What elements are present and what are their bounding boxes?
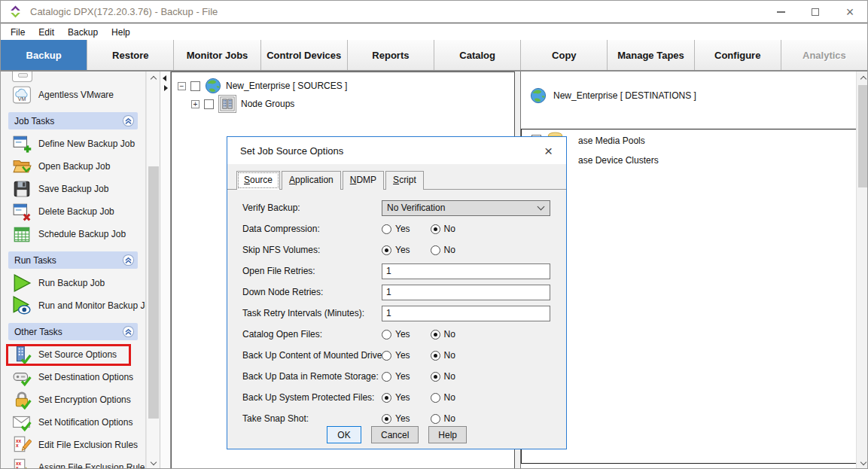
tab-restore[interactable]: Restore (87, 40, 174, 70)
close-button[interactable]: × (833, 1, 867, 23)
radio-yes[interactable]: Yes (382, 392, 410, 403)
tab-application[interactable]: Application (282, 171, 341, 190)
scroll-down-icon[interactable] (147, 457, 160, 469)
radio-no[interactable]: No (431, 224, 455, 234)
catalog-open-files-row: Catalog Open Files: Yes No (242, 324, 566, 345)
sidebar-item-run-backup-job[interactable]: Run Backup Job (1, 272, 135, 294)
scroll-down-icon[interactable] (857, 457, 868, 469)
radio-yes[interactable]: Yes (382, 224, 410, 234)
menu-edit[interactable]: Edit (32, 26, 61, 39)
radio-no[interactable]: No (431, 245, 455, 255)
sidebar-item-edit-file-exclusion-rules[interactable]: xxx Edit File Exclusion Rules (1, 434, 135, 456)
tab-catalog[interactable]: Catalog (434, 40, 521, 70)
section-header-run-tasks[interactable]: Run Tasks (8, 251, 138, 269)
menu-file[interactable]: File (4, 26, 32, 39)
radio-no[interactable]: No (431, 392, 455, 403)
sidebar-item-schedule-backup-job[interactable]: Schedule Backup Job (1, 223, 135, 245)
tree-node-label: ase Media Pools (578, 136, 645, 146)
task-retry-intervals-input[interactable] (382, 306, 550, 321)
menu-help[interactable]: Help (105, 26, 137, 39)
scroll-up-icon[interactable] (147, 72, 160, 84)
data-compression-radio-group: Yes No (382, 224, 550, 234)
maximize-button[interactable] (798, 1, 833, 23)
chevron-double-up-icon[interactable] (122, 254, 135, 266)
sidebar-item-assign-file-exclusion-rule[interactable]: xxx Assign File Exclusion Rule (1, 456, 135, 469)
tab-configure[interactable]: Configure (695, 40, 781, 70)
tab-backup[interactable]: Backup (1, 40, 87, 70)
radio-yes[interactable]: Yes (382, 371, 410, 382)
sidebar-item-delete-backup-job[interactable]: Delete Backup Job (1, 200, 135, 223)
radio-no[interactable]: No (431, 371, 455, 382)
radio-label: Yes (395, 329, 410, 340)
tab-script[interactable]: Script (385, 171, 424, 190)
field-label: Open File Retries: (242, 266, 382, 276)
radio-label: No (444, 350, 455, 361)
sidebar-splitter[interactable] (160, 72, 171, 469)
exclusion-edit-icon: xxx (12, 435, 32, 455)
node-checkbox[interactable] (204, 99, 214, 109)
set-job-source-options-dialog: Set Job Source Options × Source Applicat… (227, 136, 567, 449)
open-file-retries-input[interactable] (382, 263, 550, 279)
expand-node-icon[interactable]: + (191, 100, 199, 108)
sidebar-item-set-destination-options[interactable]: Set Destination Options (1, 366, 135, 388)
sidebar-item-label: Open Backup Job (38, 161, 110, 172)
sidebar-item-open-backup-job[interactable]: Open Backup Job (1, 155, 135, 178)
sidebar-item-agentless-vmware[interactable]: VM Agentless VMware (1, 84, 135, 106)
tab-control-devices[interactable]: Control Devices (261, 40, 348, 70)
sidebar-item-set-notification-options[interactable]: Set Notification Options (1, 411, 135, 434)
task-sidebar: VM Agentless VMware Job Tasks Define New… (1, 72, 146, 469)
expand-right-icon[interactable] (164, 85, 168, 91)
section-header-other-tasks[interactable]: Other Tasks (8, 323, 138, 340)
radio-yes[interactable]: Yes (382, 350, 410, 361)
menu-backup[interactable]: Backup (61, 26, 105, 39)
radio-yes[interactable]: Yes (382, 245, 410, 255)
sidebar-item-run-and-monitor-backup-job[interactable]: Run and Monitor Backup Job (1, 294, 135, 317)
destination-root-label: New_Enterprise [ DESTINATIONS ] (553, 90, 696, 101)
sidebar-item-define-new-backup-job[interactable]: Define New Backup Job (1, 132, 135, 155)
tab-ndmp[interactable]: NDMP (343, 171, 384, 190)
radio-icon (431, 245, 440, 255)
tab-reports[interactable]: Reports (348, 40, 434, 70)
chevron-double-up-icon[interactable] (122, 114, 135, 127)
sidebar-item-set-source-options[interactable]: Set Source Options (1, 343, 135, 366)
sidebar-item-set-encryption-options[interactable]: Set Encryption Options (1, 388, 135, 411)
minimize-button[interactable] (763, 1, 798, 23)
tab-copy[interactable]: Copy (521, 40, 608, 70)
chevron-double-up-icon[interactable] (122, 325, 135, 338)
tab-source[interactable]: Source (236, 171, 280, 190)
help-button[interactable]: Help (428, 426, 467, 443)
sidebar-item-label: Set Source Options (38, 349, 117, 360)
radio-no[interactable]: No (431, 350, 455, 361)
cancel-button[interactable]: Cancel (371, 426, 419, 443)
tree-node-node-groups[interactable]: + Node Groups (172, 95, 514, 113)
tree-node-sources-root[interactable]: − New_Enterprise [ SOURCES ] (172, 77, 514, 95)
section-header-job-tasks[interactable]: Job Tasks (8, 112, 138, 129)
destination-scrollbar[interactable] (856, 72, 868, 469)
node-checkbox[interactable] (190, 81, 200, 91)
scrollbar-thumb[interactable] (858, 85, 868, 187)
catalog-open-files-radio-group: Yes No (382, 329, 550, 340)
destination-root[interactable]: New_Enterprise [ DESTINATIONS ] (521, 72, 856, 104)
tab-manage-tapes[interactable]: Manage Tapes (608, 40, 694, 70)
ok-button[interactable]: OK (327, 426, 361, 443)
select-value: No Verification (387, 203, 445, 213)
dialog-close-icon[interactable]: × (540, 144, 557, 158)
sidebar-scrollbar[interactable] (146, 72, 160, 469)
tab-monitor-jobs[interactable]: Monitor Jobs (174, 40, 260, 70)
minimize-icon (777, 11, 785, 13)
field-label: Down Node Retries: (242, 287, 382, 297)
scrollbar-thumb[interactable] (148, 166, 159, 419)
collapse-left-icon[interactable] (163, 75, 166, 81)
scroll-up-icon[interactable] (857, 72, 868, 84)
radio-no[interactable]: No (431, 413, 455, 424)
radio-no[interactable]: No (431, 329, 455, 340)
radio-yes[interactable]: Yes (382, 413, 410, 424)
verify-backup-select[interactable]: No Verification (382, 200, 550, 216)
radio-yes[interactable]: Yes (382, 329, 410, 340)
window-controls: × (763, 1, 867, 23)
sidebar-item-save-backup-job[interactable]: Save Backup Job (1, 178, 135, 200)
down-node-retries-input[interactable] (382, 285, 550, 300)
tree-node-label: New_Enterprise [ SOURCES ] (226, 81, 347, 91)
globe-icon (205, 78, 221, 94)
collapse-node-icon[interactable]: − (178, 82, 186, 90)
